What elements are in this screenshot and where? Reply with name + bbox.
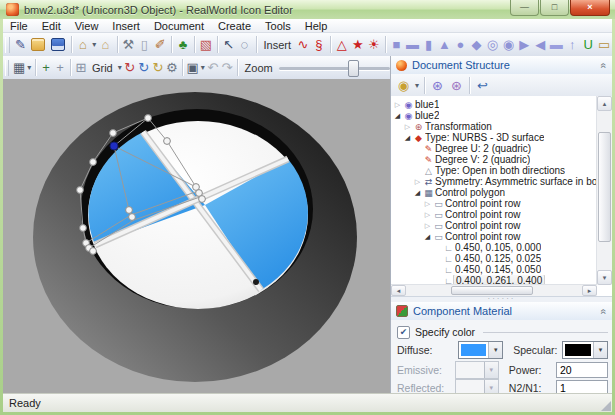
tree-item[interactable]: ∟0.450, 0.145, 0.050 [393,264,596,275]
component-material-header[interactable]: Component Material « [391,302,612,321]
open-file-icon[interactable] [31,38,45,51]
insert-extrusion-icon[interactable]: ↑ [564,35,580,55]
toolbar-grip[interactable] [5,37,10,53]
insert-curve-icon[interactable]: ∿ [295,35,311,55]
menu-insert[interactable]: Insert [105,20,147,32]
save-library-icon[interactable]: ⌂ [98,35,114,55]
insert-star-icon[interactable]: ★ [350,35,366,55]
scroll-left-icon[interactable]: ◂ [391,285,406,296]
expander-icon[interactable]: ▷ [423,200,432,208]
insert-spring-icon[interactable]: § [311,35,327,55]
menu-document[interactable]: Document [147,20,211,32]
rotate-view-y-icon[interactable]: ↻ [137,58,151,78]
insert-cone-right-icon[interactable]: ▶ [516,35,532,55]
expander-icon[interactable]: ▷ [423,211,432,219]
insert-button-icon[interactable]: ▭ [596,35,612,55]
tools-wrench-icon[interactable]: ⚒ [120,35,136,55]
insert-cube-icon[interactable]: ■ [389,35,405,55]
add-node-icon[interactable]: ⊛ [447,75,466,95]
render-mode-dropdown-icon[interactable]: ▾ [26,58,32,78]
expander-icon[interactable]: ▷ [403,123,412,131]
expander-icon[interactable]: ▷ [423,222,432,230]
toolbar-grip[interactable] [5,60,9,76]
expander-icon[interactable]: ◢ [393,112,402,120]
scroll-right-icon[interactable]: ▸ [582,285,597,296]
collapse-panel-icon[interactable]: « [599,308,610,314]
selected-control-point[interactable] [110,142,118,150]
expander-icon[interactable]: ◢ [423,233,432,241]
open-library-icon[interactable]: ⌂ [75,35,91,55]
menu-view[interactable]: View [68,20,106,32]
tree-item[interactable]: ▷▭Control point row [393,209,596,220]
maximize-button[interactable]: □ [540,0,569,16]
tree-item[interactable]: ▷⊛Transformation [393,121,596,132]
insert-cone-left-icon[interactable]: ◀ [532,35,548,55]
grid-toggle-icon[interactable]: ⊞ [74,58,88,78]
collapse-panel-icon[interactable]: « [599,62,610,68]
tree-item[interactable]: ∟0.450, 0.105, 0.000 [393,242,596,253]
resize-grip[interactable] [601,401,611,411]
scroll-thumb[interactable] [598,132,611,242]
insert-torus-icon[interactable]: ◎ [484,35,500,55]
tree-item[interactable]: ◢▭Control point row [393,231,596,242]
paint-brush-icon[interactable]: ✐ [152,35,168,55]
tree-item[interactable]: ◢◆Type: NURBS - 3D surface [393,132,596,143]
rotate-view-x-icon[interactable]: ↻ [123,58,137,78]
tree-vertical-scrollbar[interactable]: ▴ ▾ [596,96,612,285]
specify-color-checkbox[interactable]: ✔ [397,326,410,339]
doc-structure-header[interactable]: Document Structure « [391,56,612,75]
select-pointer-icon[interactable]: ↖ [221,35,237,55]
menu-help[interactable]: Help [298,20,335,32]
insert-cone-icon[interactable]: ▲ [436,35,452,55]
open-library-dropdown-icon[interactable]: ▾ [91,35,98,55]
blank-document-icon[interactable]: ▯ [136,35,152,55]
show-axes-icon[interactable]: + [39,58,53,78]
test-trees-icon[interactable]: ♣ [175,35,191,55]
menu-tools[interactable]: Tools [258,20,298,32]
insert-sphere-icon[interactable]: ● [452,35,468,55]
tree-item[interactable]: ▷▭Control point row [393,220,596,231]
next-view-icon[interactable]: ↷ [220,58,234,78]
expander-icon[interactable]: ▷ [393,101,402,109]
snap-axes-icon[interactable]: + [53,58,67,78]
insert-box-icon[interactable]: ▬ [405,35,421,55]
view-settings-gear-icon[interactable]: ⚙ [165,58,179,78]
slider-thumb[interactable] [348,60,359,77]
render-mode-icon[interactable]: ▦ [12,58,26,78]
edit-structure-icon[interactable]: ⊛ [428,75,447,95]
tree-item[interactable]: ✎Degree U: 2 (quadric) [393,143,596,154]
tree-item[interactable]: ▷◉blue1 [393,99,596,110]
tree-item[interactable]: ◢◉blue2 [393,110,596,121]
menu-file[interactable]: File [3,20,35,32]
tree-item[interactable]: ▷⇄Symmetry: Asymmetric surface in both d… [393,176,596,187]
tree-item[interactable]: △Type: Open in both directions [393,165,596,176]
tree-item[interactable]: ∟0.450, 0.125, 0.025 [393,253,596,264]
scroll-down-icon[interactable]: ▾ [597,270,612,285]
minimize-button[interactable]: — [510,0,539,16]
save-icon[interactable] [51,38,65,51]
camera-preset-icon[interactable]: ▣ [186,58,200,78]
prev-view-icon[interactable]: ↶ [206,58,220,78]
close-button[interactable]: × [570,0,610,16]
zoom-slider[interactable] [279,59,390,77]
slider-track[interactable] [279,67,390,70]
insert-text-icon[interactable]: U [580,35,596,55]
insert-capsule-icon[interactable]: ▬ [548,35,564,55]
insert-pyramid-icon[interactable]: ◆ [468,35,484,55]
expander-icon[interactable]: ◢ [403,134,412,142]
select-lasso-icon[interactable]: ◌ [237,35,253,55]
node-filter-dropdown-icon[interactable]: ▾ [413,75,421,95]
rotate-view-z-icon[interactable]: ↻ [151,58,165,78]
insert-cylinder-icon[interactable]: ▮ [421,35,437,55]
expander-icon[interactable]: ◢ [413,189,422,197]
insert-disc-icon[interactable]: ◉ [500,35,516,55]
menu-create[interactable]: Create [211,20,258,32]
specular-color-dropdown[interactable]: ▾ [562,341,608,359]
insert-blob-icon[interactable]: ☀ [366,35,382,55]
3d-viewport[interactable] [3,79,390,394]
expander-icon[interactable]: ▷ [413,178,422,186]
tree-item[interactable]: ✎Degree V: 2 (quadric) [393,154,596,165]
menu-edit[interactable]: Edit [35,20,68,32]
insert-mesh-icon[interactable]: △ [334,35,350,55]
back-arrow-icon[interactable]: ↩ [473,75,492,95]
